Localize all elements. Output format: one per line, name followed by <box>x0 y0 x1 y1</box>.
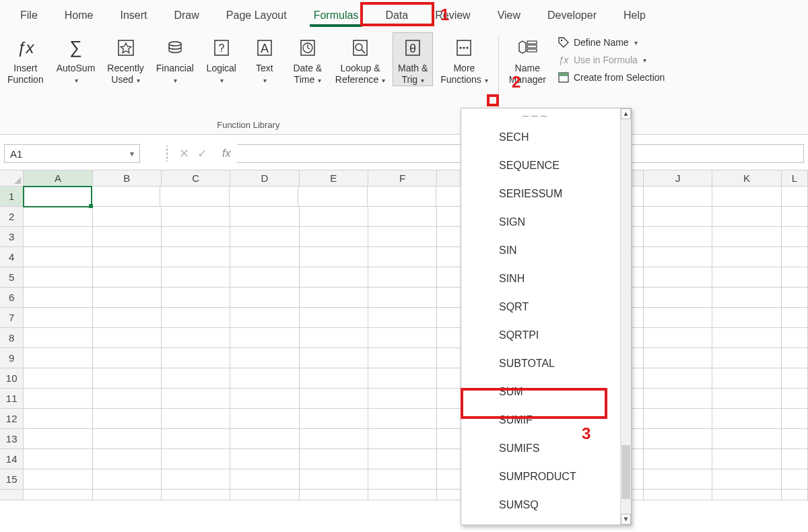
cell[interactable] <box>24 490 92 500</box>
cell[interactable] <box>93 207 162 227</box>
cell[interactable] <box>644 247 712 267</box>
cell[interactable] <box>368 328 437 348</box>
cell[interactable] <box>162 409 230 429</box>
scroll-down-icon[interactable]: ▼ <box>621 514 631 525</box>
logical-button[interactable]: ? Logical▾ <box>201 32 242 86</box>
row-header[interactable]: 13 <box>0 429 24 449</box>
cell[interactable] <box>782 409 808 429</box>
cell[interactable] <box>644 328 712 348</box>
cell[interactable] <box>230 308 299 328</box>
cell[interactable] <box>93 247 162 267</box>
cell[interactable] <box>782 348 808 368</box>
cell[interactable] <box>24 469 92 490</box>
cell[interactable] <box>300 328 368 348</box>
cell[interactable] <box>162 368 230 389</box>
cell[interactable] <box>782 429 808 449</box>
col-header[interactable]: D <box>230 170 299 186</box>
chevron-down-icon[interactable]: ▼ <box>129 150 135 158</box>
cell[interactable] <box>162 308 230 328</box>
create-from-selection-button[interactable]: Create from Selection <box>555 70 667 85</box>
tab-review[interactable]: Review <box>422 4 483 27</box>
cell[interactable] <box>162 207 230 227</box>
date-time-button[interactable]: Date & Time ▾ <box>288 32 328 86</box>
cell[interactable] <box>782 449 808 469</box>
cell[interactable] <box>644 308 712 328</box>
cell[interactable] <box>644 207 712 227</box>
cell[interactable] <box>644 449 712 469</box>
cell[interactable] <box>712 429 781 449</box>
col-header[interactable]: K <box>712 170 781 186</box>
cell[interactable] <box>782 227 808 247</box>
cell[interactable] <box>162 469 230 490</box>
cell[interactable] <box>230 328 299 348</box>
scroll-thumb[interactable] <box>621 445 630 499</box>
tab-help[interactable]: Help <box>610 4 659 27</box>
col-header[interactable]: B <box>93 170 162 186</box>
cell[interactable] <box>368 368 437 389</box>
cell[interactable] <box>782 207 808 227</box>
cell[interactable] <box>712 490 781 500</box>
row-header[interactable]: 10 <box>0 368 24 389</box>
cell[interactable] <box>712 389 781 409</box>
cell[interactable] <box>782 187 808 207</box>
cell[interactable] <box>782 469 808 490</box>
cell[interactable] <box>93 267 162 288</box>
cell[interactable] <box>368 348 437 368</box>
cell[interactable] <box>368 207 437 227</box>
cell[interactable] <box>782 308 808 328</box>
cell[interactable] <box>368 227 437 247</box>
cell[interactable] <box>92 187 160 207</box>
cell[interactable] <box>300 267 368 288</box>
row-header[interactable]: 8 <box>0 328 24 348</box>
dropdown-item[interactable]: SIN <box>461 236 620 265</box>
cancel-icon[interactable]: ✕ <box>179 146 189 161</box>
row-header[interactable]: 12 <box>0 409 24 429</box>
cell[interactable] <box>300 469 368 490</box>
cell[interactable] <box>230 389 299 409</box>
cell[interactable] <box>93 409 162 429</box>
cell[interactable] <box>712 227 781 247</box>
cell[interactable] <box>368 187 436 207</box>
cell[interactable] <box>300 368 368 389</box>
cell[interactable] <box>644 409 712 429</box>
cell[interactable] <box>162 267 230 288</box>
dropdown-item[interactable]: SECH <box>461 123 620 152</box>
tab-data[interactable]: Data <box>372 4 422 27</box>
define-name-button[interactable]: Define Name ▾ <box>555 35 667 50</box>
dropdown-item[interactable]: SUBTOTAL <box>461 350 620 378</box>
cell[interactable] <box>230 288 299 308</box>
cell[interactable] <box>300 449 368 469</box>
cell[interactable] <box>24 449 92 469</box>
cell[interactable] <box>162 227 230 247</box>
cell[interactable] <box>368 469 437 490</box>
cell[interactable] <box>24 328 92 348</box>
cell[interactable] <box>24 247 92 267</box>
cell[interactable] <box>93 328 162 348</box>
fx-label[interactable]: fx <box>215 147 237 160</box>
row-header[interactable]: 1 <box>0 187 24 207</box>
row-header[interactable]: 5 <box>0 267 24 288</box>
cell[interactable] <box>644 227 712 247</box>
cell[interactable] <box>230 469 299 490</box>
cell[interactable] <box>368 490 437 500</box>
scroll-up-icon[interactable]: ▲ <box>621 108 631 119</box>
cell[interactable] <box>162 429 230 449</box>
cell[interactable] <box>644 469 712 490</box>
cell[interactable] <box>24 429 92 449</box>
cell[interactable] <box>230 207 299 227</box>
tab-home[interactable]: Home <box>51 4 107 27</box>
dropdown-item[interactable]: SQRT <box>461 293 620 321</box>
cell[interactable] <box>24 267 92 288</box>
cell[interactable] <box>368 449 437 469</box>
cell[interactable] <box>712 409 781 429</box>
cell[interactable] <box>93 288 162 308</box>
recently-used-button[interactable]: Recently Used ▾ <box>102 32 148 86</box>
cell[interactable] <box>300 429 368 449</box>
cell[interactable] <box>782 328 808 348</box>
cell[interactable] <box>712 187 781 207</box>
math-trig-button[interactable]: θ Math & Trig ▾ <box>393 32 433 86</box>
text-button[interactable]: A Text▾ <box>244 32 285 86</box>
insert-function-button[interactable]: ƒx Insert Function <box>3 32 48 86</box>
cell[interactable] <box>230 267 299 288</box>
financial-button[interactable]: Financial▾ <box>152 32 199 86</box>
